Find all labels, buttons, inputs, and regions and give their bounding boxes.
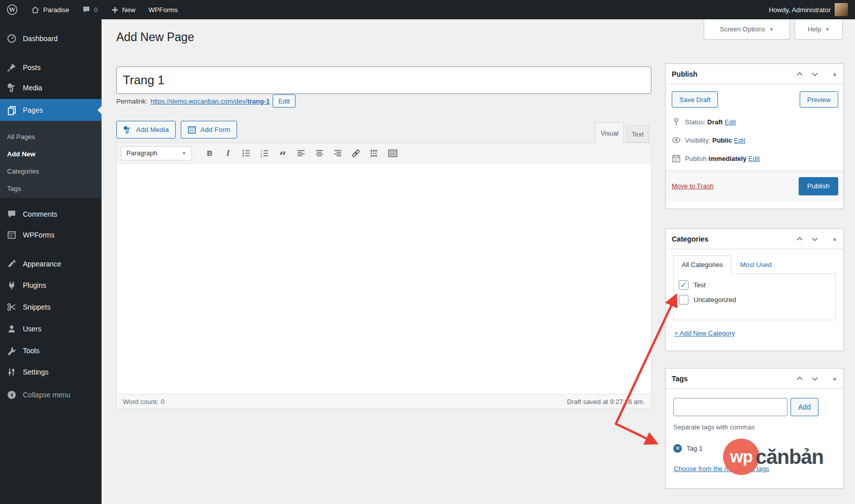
howdy-text[interactable]: Howdy, Administrator (769, 6, 831, 14)
edit-status-link[interactable]: Edit (725, 118, 736, 126)
all-categories-tab[interactable]: All Categories (673, 255, 731, 274)
publish-button-label: Publish (807, 182, 830, 190)
visual-tab-label: Visual (601, 129, 618, 137)
bullet-list-button[interactable] (239, 147, 254, 160)
permalink-link[interactable]: https://demo.wpcanban.com/dev/trang-1 (150, 97, 270, 105)
submenu-add-new[interactable]: Add New (0, 145, 102, 162)
sidebar-item-label: Settings (23, 368, 49, 376)
most-used-label: Most Used (740, 261, 772, 268)
sidebar-item-posts[interactable]: Posts (0, 57, 102, 78)
classic-editor: Paragraph ▼ B I 123 “ Word count:0 Draft… (116, 143, 651, 409)
add-tag-button[interactable]: Add (791, 398, 818, 416)
paragraph-format-select[interactable]: Paragraph ▼ (121, 146, 192, 160)
add-media-label: Add Media (136, 126, 169, 133)
admin-bar-new[interactable]: New (105, 0, 142, 19)
submenu-label: All Pages (7, 133, 35, 141)
sidebar-item-pages[interactable]: Pages (0, 99, 102, 121)
schedule-row: Publish immediately Edit (666, 149, 843, 167)
admin-bar-wpforms[interactable]: WPForms (142, 0, 185, 19)
sidebar-item-wpforms[interactable]: WPForms (0, 225, 102, 245)
help-tab[interactable]: Help ▼ (795, 19, 843, 40)
collapse-toggle-icon[interactable]: ▲ (832, 376, 837, 381)
editor-content-area[interactable] (117, 163, 651, 394)
move-down-icon[interactable] (811, 235, 819, 243)
move-to-trash-link[interactable]: Move to Trash (672, 182, 713, 190)
svg-text:W: W (9, 7, 16, 13)
publish-button[interactable]: Publish (799, 177, 838, 195)
numbered-list-button[interactable]: 123 (257, 147, 272, 160)
permalink-slug: trang-1 (247, 97, 270, 105)
add-new-category-link[interactable]: + Add New Category (674, 329, 735, 337)
submenu-label: Add New (7, 150, 36, 158)
word-count-value: 0 (161, 398, 165, 406)
admin-bar-site-link[interactable]: Paradise (24, 0, 76, 19)
plug-icon (7, 280, 17, 290)
submenu-categories[interactable]: Categories (0, 162, 102, 180)
submenu-tags[interactable]: Tags (0, 180, 102, 197)
submenu-all-pages[interactable]: All Pages (0, 128, 102, 145)
permalink-row: Permalink: https://demo.wpcanban.com/dev… (116, 94, 295, 108)
text-tab[interactable]: Text (627, 125, 649, 143)
permalink-edit-button[interactable]: Edit (273, 94, 295, 108)
most-used-tab[interactable]: Most Used (740, 261, 772, 268)
align-left-button[interactable] (293, 147, 309, 160)
move-up-icon[interactable] (796, 375, 804, 383)
edit-schedule-link[interactable]: Edit (748, 155, 760, 162)
edit-visibility-link[interactable]: Edit (734, 137, 745, 144)
bold-button[interactable]: B (202, 147, 217, 160)
sidebar-item-label: Collapse menu (23, 391, 70, 399)
add-form-button[interactable]: Add Form (181, 121, 237, 139)
visual-tab[interactable]: Visual (595, 122, 624, 143)
sidebar-item-tools[interactable]: Tools (0, 341, 102, 361)
move-up-icon[interactable] (796, 235, 804, 243)
wpcanban-logo-circle: wp (723, 439, 760, 475)
sidebar-item-plugins[interactable]: Plugins (0, 275, 102, 295)
site-name: Paradise (43, 6, 69, 14)
italic-button[interactable]: I (220, 147, 236, 160)
admin-bar-comments[interactable]: 0 (76, 0, 104, 19)
new-tag-input[interactable] (673, 398, 787, 416)
move-up-icon[interactable] (796, 70, 804, 78)
category-list: Test Uncategorized (673, 274, 836, 320)
wordpress-logo-menu[interactable]: W (0, 0, 24, 19)
sidebar-item-comments[interactable]: Comments (0, 204, 102, 224)
sidebar-item-dashboard[interactable]: Dashboard (0, 28, 102, 49)
tag-label: Tag 1 (686, 445, 703, 452)
calendar-icon (672, 154, 681, 163)
move-down-icon[interactable] (811, 375, 819, 383)
align-right-button[interactable] (330, 147, 345, 160)
publish-metabox: Publish ▲ Save Draft Preview Status: Dra… (665, 63, 844, 209)
category-label: Test (694, 281, 706, 289)
sidebar-item-label: Tools (23, 347, 40, 355)
post-title-input[interactable] (116, 66, 651, 94)
preview-button[interactable]: Preview (800, 91, 838, 108)
save-draft-label: Save Draft (679, 96, 710, 104)
permalink-label: Permalink: (116, 97, 147, 105)
category-label: Uncategorized (694, 296, 736, 304)
collapse-toggle-icon[interactable]: ▲ (832, 236, 837, 242)
sidebar-item-appearance[interactable]: Appearance (0, 254, 102, 274)
add-media-button[interactable]: Add Media (116, 121, 176, 139)
sidebar-item-settings[interactable]: Settings (0, 362, 102, 382)
wpcanban-logo-text: cănbản (755, 446, 824, 468)
sidebar-item-snippets[interactable]: Snippets (0, 297, 102, 317)
sidebar-item-users[interactable]: Users (0, 319, 102, 339)
chevron-down-icon: ▼ (769, 27, 774, 32)
avatar[interactable] (835, 3, 848, 16)
edit-label: Edit (278, 97, 289, 105)
link-button[interactable] (348, 147, 364, 160)
collapse-menu-button[interactable]: Collapse menu (0, 385, 102, 405)
screen-options-tab[interactable]: Screen Options ▼ (704, 19, 790, 40)
sidebar-item-media[interactable]: Media (0, 78, 102, 98)
save-draft-button[interactable]: Save Draft (672, 91, 718, 108)
category-checkbox-test[interactable] (679, 280, 688, 290)
move-down-icon[interactable] (811, 70, 819, 78)
blockquote-button[interactable]: “ (275, 147, 290, 160)
align-center-button[interactable] (312, 147, 327, 160)
toolbar-toggle-button[interactable] (385, 147, 400, 160)
read-more-button[interactable] (367, 147, 382, 160)
dashboard-icon (7, 33, 17, 44)
category-checkbox-uncategorized[interactable] (679, 295, 688, 305)
remove-tag-icon[interactable]: ✕ (673, 444, 682, 453)
collapse-toggle-icon[interactable]: ▲ (832, 71, 837, 77)
